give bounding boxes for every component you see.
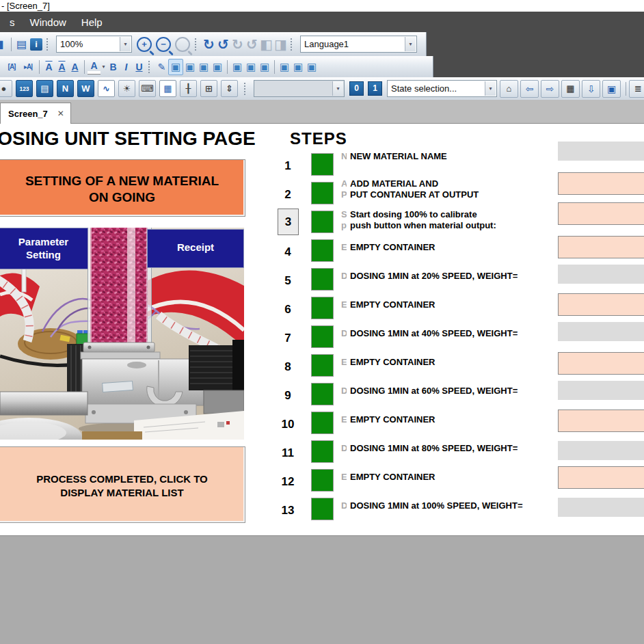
center-vertical-icon[interactable]: ▣ [244, 59, 258, 75]
undo-icon[interactable]: ↺ [245, 37, 259, 52]
step-indicator-lamp[interactable] [311, 325, 334, 348]
step-label[interactable]: DOSING 1MIN at 80% SPEED, WEIGHT= [347, 441, 524, 456]
step-value-field[interactable] [558, 265, 644, 284]
step-label[interactable]: EMPTY CONTAINER [347, 355, 442, 370]
receipt-button[interactable]: Receipt [147, 229, 244, 268]
recipe-table-icon[interactable]: ▦ [159, 80, 176, 97]
send-to-display-icon[interactable]: ▣ [602, 80, 621, 98]
step-label[interactable]: DOSING 1MIN at 100% SPEED, WEIGHT= [347, 498, 529, 513]
step-indicator-lamp[interactable] [311, 469, 334, 492]
step-indicator-lamp[interactable] [311, 297, 334, 319]
underline-icon[interactable]: U [133, 59, 146, 75]
align-top-objects-icon[interactable]: ▣ [211, 59, 224, 75]
numeric-object-icon[interactable]: 123 [16, 80, 33, 97]
step-label[interactable]: ADD MATERIAL ANDPUT CONTANUER AT OUTPUT [347, 176, 485, 202]
flip-horizontal-icon[interactable]: ◧ [259, 37, 273, 52]
make-same-size-icon[interactable]: ▣ [305, 59, 319, 75]
step-indicator-lamp[interactable] [311, 498, 334, 520]
chevron-down-icon[interactable]: ▾ [485, 81, 496, 96]
zoom-out-icon[interactable]: − [156, 37, 171, 52]
distribute-vertical-icon[interactable]: ▣ [291, 59, 305, 75]
new-object-icon[interactable]: ⊞ [200, 80, 217, 97]
tab-screen-7[interactable]: Screen_7 ✕ [0, 103, 71, 124]
step-push-button-field[interactable] [558, 352, 644, 375]
menu-item-s[interactable]: s [2, 14, 23, 31]
align-text-bottom-icon[interactable]: A [68, 59, 81, 75]
font-color-icon[interactable]: A [88, 60, 100, 74]
flip-vertical-icon[interactable]: ◨ [273, 37, 288, 52]
text-align-right-icon[interactable]: ▸A| [20, 59, 36, 75]
step-indicator-lamp[interactable] [311, 440, 334, 463]
font-color-dropdown-icon[interactable]: ▾ [100, 59, 107, 75]
step-push-button-field[interactable] [558, 202, 644, 225]
trend-display-icon[interactable]: ∿ [98, 80, 115, 97]
step-label[interactable]: EMPTY CONTAINER [347, 412, 442, 427]
step-indicator-lamp[interactable] [311, 383, 334, 405]
info-icon[interactable]: i [30, 38, 42, 51]
rotate-ccw-icon[interactable]: ↺ [216, 37, 230, 52]
step-indicator-lamp[interactable] [311, 354, 334, 377]
step-label[interactable]: DOSING 1MIN at 20% SPEED, WEIGHT= [347, 269, 524, 284]
step-value-field[interactable] [558, 441, 644, 460]
next-screen-icon[interactable]: ⇨ [541, 80, 559, 98]
align-center-objects-icon[interactable]: ▣ [183, 59, 197, 75]
design-canvas[interactable]: DOSING UNIT SETTING PAGE STEPS SETTING O… [0, 124, 644, 535]
process-completed-banner[interactable]: PROCESS COMPLETED, CLICK TO DISPLAY MATE… [0, 446, 245, 523]
step-label[interactable]: NEW MATERIAL NAME [347, 149, 454, 164]
pen-style-icon[interactable]: ✎ [155, 59, 168, 75]
step-label[interactable]: DOSING 1MIN at 40% SPEED, WEIGHT= [347, 326, 524, 341]
state-0-button[interactable]: 0 [349, 81, 364, 96]
align-text-middle-icon[interactable]: A [55, 59, 68, 75]
align-text-top-icon[interactable]: A [42, 59, 55, 75]
step-label[interactable]: EMPTY CONTAINER [347, 240, 442, 255]
step-push-button-field[interactable] [558, 236, 644, 258]
step-push-button-field[interactable] [558, 466, 644, 489]
italic-icon[interactable]: I [120, 59, 133, 75]
grid-snap-icon[interactable]: ▦ [561, 80, 580, 98]
center-both-icon[interactable]: ▣ [258, 59, 271, 75]
keyboard-icon[interactable]: ⌨ [139, 80, 156, 97]
step-label[interactable]: Start dosing 100% to calibratepush butto… [347, 207, 503, 232]
chevron-down-icon[interactable]: ▾ [332, 81, 343, 96]
object-state-select[interactable]: ▾ [254, 80, 345, 97]
step-number-button[interactable]: 3 [278, 209, 299, 235]
previous-screen-icon[interactable]: ⇦ [520, 80, 539, 98]
step-push-button-field[interactable] [558, 293, 644, 316]
status-banner[interactable]: SETTING OF A NEW MATERIAL ON GOING [0, 159, 245, 217]
distribute-horizontal-icon[interactable]: ▣ [278, 59, 291, 75]
state-selection-select[interactable]: State selection...▾ [387, 80, 497, 97]
online-simulation-icon[interactable]: ≣ [629, 80, 644, 98]
step-indicator-lamp[interactable] [311, 182, 334, 204]
tab-close-icon[interactable]: ✕ [57, 109, 64, 118]
chevron-down-icon[interactable]: ▾ [405, 37, 416, 51]
step-value-field[interactable] [558, 142, 644, 161]
step-value-field[interactable] [558, 322, 644, 341]
text-object-icon[interactable]: ▤ [36, 80, 53, 97]
print-icon[interactable]: ▤ [14, 37, 29, 52]
language-select[interactable]: Language1▾ [300, 36, 417, 53]
step-indicator-lamp[interactable] [311, 412, 334, 434]
step-label[interactable]: EMPTY CONTAINER [347, 470, 442, 485]
chevron-down-icon[interactable]: ▾ [120, 37, 131, 51]
step-indicator-lamp[interactable] [311, 211, 334, 233]
align-left-objects-icon[interactable]: ▣ [168, 59, 183, 75]
step-indicator-lamp[interactable] [311, 153, 334, 176]
parameter-setting-button[interactable]: Parameter Setting [0, 228, 88, 269]
xy-plot-icon[interactable]: W [77, 80, 94, 97]
step-label[interactable]: DOSING 1MIN at 60% SPEED, WEIGHT= [347, 384, 524, 399]
center-horizontal-icon[interactable]: ▣ [230, 59, 244, 75]
step-label[interactable]: EMPTY CONTAINER [347, 297, 442, 312]
menu-item-window[interactable]: Window [23, 14, 74, 31]
text-align-left-icon[interactable]: [A] [3, 59, 20, 75]
step-push-button-field[interactable] [558, 172, 644, 195]
zoom-select[interactable]: 100%▾ [56, 36, 132, 53]
partial-toolbar-icon[interactable]: ▮ [0, 37, 8, 52]
redo-icon[interactable]: ↻ [230, 37, 245, 52]
alarm-icon[interactable]: ☀ [118, 80, 135, 97]
align-right-objects-icon[interactable]: ▣ [197, 59, 211, 75]
step-indicator-lamp[interactable] [311, 239, 334, 262]
download-to-hmi-icon[interactable]: ⇩ [582, 80, 600, 98]
step-push-button-field[interactable] [558, 410, 644, 432]
step-indicator-lamp[interactable] [311, 268, 334, 291]
step-value-field[interactable] [558, 498, 644, 517]
